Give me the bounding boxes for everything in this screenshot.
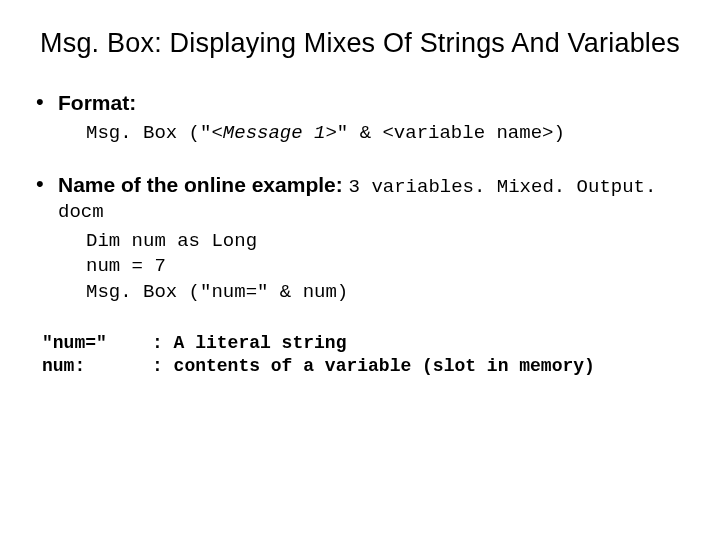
- definition-term: num:: [42, 355, 152, 378]
- content-list: Format: Msg. Box ("<Message 1>" & <varia…: [30, 91, 690, 306]
- format-code-post: " & <variable name>): [337, 122, 565, 144]
- format-code-pre: Msg. Box (": [86, 122, 211, 144]
- slide-title: Msg. Box: Displaying Mixes Of Strings An…: [30, 28, 690, 59]
- definitions-block: "num=" : A literal string num: : content…: [42, 332, 690, 379]
- format-label: Format:: [58, 91, 136, 114]
- definition-desc: : A literal string: [152, 332, 346, 355]
- definition-row: num: : contents of a variable (slot in m…: [42, 355, 690, 378]
- example-code: Dim num as Long num = 7 Msg. Box ("num="…: [86, 229, 690, 306]
- slide: Msg. Box: Displaying Mixes Of Strings An…: [0, 0, 720, 540]
- definition-term: "num=": [42, 332, 152, 355]
- definition-desc: : contents of a variable (slot in memory…: [152, 355, 595, 378]
- example-label: Name of the online example:: [58, 173, 343, 196]
- definition-row: "num=" : A literal string: [42, 332, 690, 355]
- bullet-format: Format: Msg. Box ("<Message 1>" & <varia…: [30, 91, 690, 147]
- bullet-example: Name of the online example: 3 variables.…: [30, 173, 690, 306]
- format-code: Msg. Box ("<Message 1>" & <variable name…: [86, 121, 690, 147]
- format-code-italic: <Message 1>: [211, 122, 336, 144]
